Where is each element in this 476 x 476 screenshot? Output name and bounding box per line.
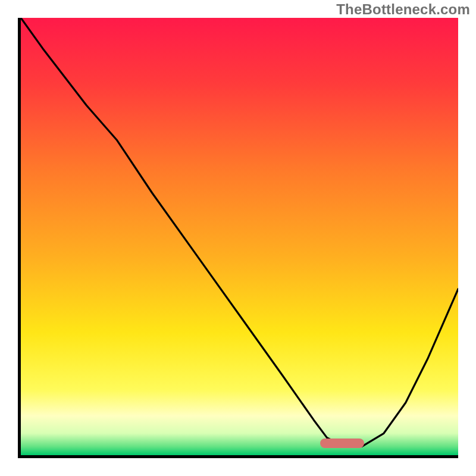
curve-path	[21, 18, 458, 446]
watermark-text: TheBottleneck.com	[336, 1, 470, 18]
optimal-range-marker	[320, 439, 364, 448]
plot-area	[18, 18, 458, 458]
chart-stage: TheBottleneck.com	[0, 0, 476, 476]
bottleneck-curve	[21, 18, 458, 455]
